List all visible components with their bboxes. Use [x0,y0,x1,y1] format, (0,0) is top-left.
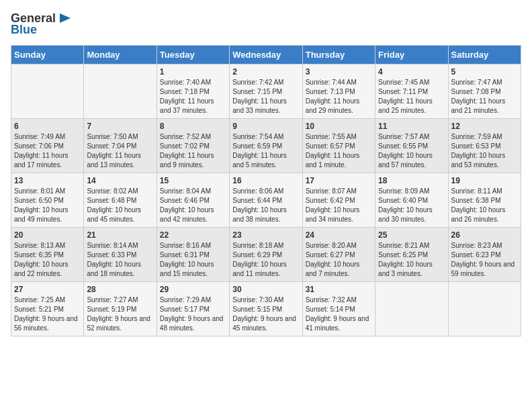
day-number: 15 [160,176,226,185]
calendar-cell: 11Sunrise: 7:57 AM Sunset: 6:55 PM Dayli… [375,119,448,173]
day-number: 5 [451,67,518,77]
day-number: 11 [378,122,445,131]
day-number: 31 [306,285,372,294]
day-number: 2 [232,67,299,77]
calendar-cell: 23Sunrise: 8:18 AM Sunset: 6:29 PM Dayli… [230,228,302,282]
cell-content: Sunrise: 7:57 AM Sunset: 6:55 PM Dayligh… [378,132,445,170]
day-number: 8 [160,122,226,131]
cell-content: Sunrise: 8:06 AM Sunset: 6:44 PM Dayligh… [232,187,299,224]
calendar-cell: 18Sunrise: 8:09 AM Sunset: 6:40 PM Dayli… [375,173,448,228]
day-number: 6 [14,122,81,131]
day-number: 20 [14,230,81,240]
cell-content: Sunrise: 7:40 AM Sunset: 7:18 PM Dayligh… [160,78,226,116]
calendar-cell: 21Sunrise: 8:14 AM Sunset: 6:33 PM Dayli… [84,228,157,282]
week-row-2: 6Sunrise: 7:49 AM Sunset: 7:06 PM Daylig… [11,119,521,173]
cell-content: Sunrise: 7:30 AM Sunset: 5:15 PM Dayligh… [232,295,299,333]
cell-content: Sunrise: 8:14 AM Sunset: 6:33 PM Dayligh… [87,241,153,279]
cell-content: Sunrise: 7:54 AM Sunset: 6:59 PM Dayligh… [232,132,299,170]
calendar-cell: 9Sunrise: 7:54 AM Sunset: 6:59 PM Daylig… [230,119,302,173]
day-number: 17 [306,176,372,185]
cell-content: Sunrise: 8:16 AM Sunset: 6:31 PM Dayligh… [160,241,226,279]
day-number: 10 [306,122,372,131]
day-header-thursday: Thursday [302,46,375,64]
calendar-cell: 15Sunrise: 8:04 AM Sunset: 6:46 PM Dayli… [157,173,229,228]
day-number: 4 [378,67,445,77]
logo-triangle-icon [57,11,72,26]
days-header-row: SundayMondayTuesdayWednesdayThursdayFrid… [11,46,521,64]
day-number: 24 [306,230,372,240]
day-number: 9 [232,122,299,131]
calendar-cell: 30Sunrise: 7:30 AM Sunset: 5:15 PM Dayli… [230,282,302,336]
cell-content: Sunrise: 7:42 AM Sunset: 7:15 PM Dayligh… [232,78,299,116]
day-number: 14 [87,176,153,185]
svg-marker-0 [60,13,71,23]
cell-content: Sunrise: 7:59 AM Sunset: 6:53 PM Dayligh… [451,132,518,170]
calendar-cell: 27Sunrise: 7:25 AM Sunset: 5:21 PM Dayli… [11,282,84,336]
cell-content: Sunrise: 8:02 AM Sunset: 6:48 PM Dayligh… [87,187,153,224]
day-number: 21 [87,230,153,240]
day-header-monday: Monday [84,46,157,64]
day-number: 16 [232,176,299,185]
day-number: 25 [378,230,445,240]
day-header-saturday: Saturday [448,46,521,64]
cell-content: Sunrise: 8:18 AM Sunset: 6:29 PM Dayligh… [232,241,299,279]
cell-content: Sunrise: 7:49 AM Sunset: 7:06 PM Dayligh… [14,132,81,170]
calendar-cell: 29Sunrise: 7:29 AM Sunset: 5:17 PM Dayli… [157,282,229,336]
week-row-1: 1Sunrise: 7:40 AM Sunset: 7:18 PM Daylig… [11,64,521,119]
day-number: 3 [306,67,372,77]
calendar-cell: 17Sunrise: 8:07 AM Sunset: 6:42 PM Dayli… [302,173,375,228]
cell-content: Sunrise: 7:50 AM Sunset: 7:04 PM Dayligh… [87,132,153,170]
cell-content: Sunrise: 8:04 AM Sunset: 6:46 PM Dayligh… [160,187,226,224]
calendar-cell [448,282,521,336]
day-number: 22 [160,230,226,240]
calendar-cell: 28Sunrise: 7:27 AM Sunset: 5:19 PM Dayli… [84,282,157,336]
calendar-cell: 19Sunrise: 8:11 AM Sunset: 6:38 PM Dayli… [448,173,521,228]
cell-content: Sunrise: 8:20 AM Sunset: 6:27 PM Dayligh… [306,241,372,279]
logo-wordmark: General Blue [11,11,72,37]
day-number: 27 [14,285,81,294]
calendar-cell: 20Sunrise: 8:13 AM Sunset: 6:35 PM Dayli… [11,228,84,282]
cell-content: Sunrise: 8:23 AM Sunset: 6:23 PM Dayligh… [451,241,518,279]
day-number: 23 [232,230,299,240]
calendar-cell: 12Sunrise: 7:59 AM Sunset: 6:53 PM Dayli… [448,119,521,173]
calendar-cell: 13Sunrise: 8:01 AM Sunset: 6:50 PM Dayli… [11,173,84,228]
calendar-cell [375,282,448,336]
calendar-cell: 8Sunrise: 7:52 AM Sunset: 7:02 PM Daylig… [157,119,229,173]
day-number: 26 [451,230,518,240]
day-number: 12 [451,122,518,131]
cell-content: Sunrise: 8:01 AM Sunset: 6:50 PM Dayligh… [14,187,81,224]
cell-content: Sunrise: 8:13 AM Sunset: 6:35 PM Dayligh… [14,241,81,279]
cell-content: Sunrise: 7:25 AM Sunset: 5:21 PM Dayligh… [14,295,81,333]
calendar-cell: 7Sunrise: 7:50 AM Sunset: 7:04 PM Daylig… [84,119,157,173]
day-header-wednesday: Wednesday [230,46,302,64]
day-number: 18 [378,176,445,185]
calendar-table: SundayMondayTuesdayWednesdayThursdayFrid… [11,45,521,336]
week-row-5: 27Sunrise: 7:25 AM Sunset: 5:21 PM Dayli… [11,282,521,336]
calendar-cell: 2Sunrise: 7:42 AM Sunset: 7:15 PM Daylig… [230,64,302,119]
day-number: 30 [232,285,299,294]
cell-content: Sunrise: 7:32 AM Sunset: 5:14 PM Dayligh… [306,295,372,333]
cell-content: Sunrise: 7:44 AM Sunset: 7:13 PM Dayligh… [306,78,372,116]
calendar-cell: 5Sunrise: 7:47 AM Sunset: 7:08 PM Daylig… [448,64,521,119]
cell-content: Sunrise: 7:29 AM Sunset: 5:17 PM Dayligh… [160,295,226,333]
calendar-cell: 3Sunrise: 7:44 AM Sunset: 7:13 PM Daylig… [302,64,375,119]
cell-content: Sunrise: 7:45 AM Sunset: 7:11 PM Dayligh… [378,78,445,116]
calendar-body: 1Sunrise: 7:40 AM Sunset: 7:18 PM Daylig… [11,64,521,336]
day-header-tuesday: Tuesday [157,46,229,64]
calendar-cell [84,64,157,119]
day-number: 7 [87,122,153,131]
calendar-cell: 31Sunrise: 7:32 AM Sunset: 5:14 PM Dayli… [302,282,375,336]
calendar-cell [11,64,84,119]
week-row-4: 20Sunrise: 8:13 AM Sunset: 6:35 PM Dayli… [11,228,521,282]
logo-blue: Blue [11,23,37,37]
cell-content: Sunrise: 8:09 AM Sunset: 6:40 PM Dayligh… [378,187,445,224]
day-header-sunday: Sunday [11,46,84,64]
calendar-cell: 25Sunrise: 8:21 AM Sunset: 6:25 PM Dayli… [375,228,448,282]
day-header-friday: Friday [375,46,448,64]
cell-content: Sunrise: 7:55 AM Sunset: 6:57 PM Dayligh… [306,132,372,170]
calendar-cell: 14Sunrise: 8:02 AM Sunset: 6:48 PM Dayli… [84,173,157,228]
cell-content: Sunrise: 8:21 AM Sunset: 6:25 PM Dayligh… [378,241,445,279]
calendar-cell: 24Sunrise: 8:20 AM Sunset: 6:27 PM Dayli… [302,228,375,282]
cell-content: Sunrise: 8:07 AM Sunset: 6:42 PM Dayligh… [306,187,372,224]
logo: General Blue [11,11,72,37]
